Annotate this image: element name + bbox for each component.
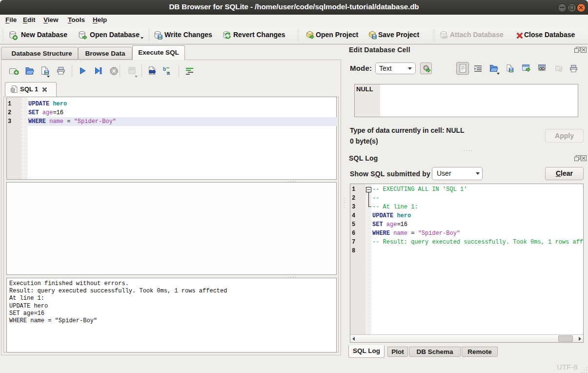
svg-text:a: a [167, 70, 170, 76]
svg-text:b: b [163, 66, 166, 72]
